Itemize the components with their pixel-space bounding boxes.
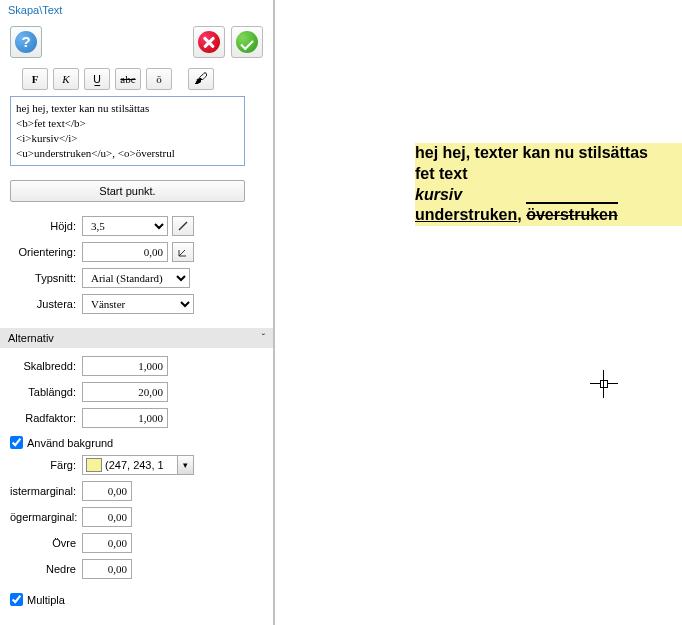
format-brush-button[interactable]: 🖌	[188, 68, 214, 90]
cancel-icon	[198, 31, 220, 53]
height-pick-button[interactable]	[172, 216, 194, 236]
alternative-section-header[interactable]: Alternativˇ	[0, 328, 273, 348]
color-label: Färg:	[10, 459, 82, 471]
text-preview: hej hej, texter kan nu stilsättas fet te…	[415, 143, 682, 226]
top-margin-label: Övre	[10, 537, 82, 549]
format-toolbar: F K U̲ abc ō 🖌	[0, 68, 273, 96]
cursor-crosshair-icon	[590, 370, 618, 398]
svg-line-0	[179, 222, 187, 230]
start-point-button[interactable]: Start punkt.	[10, 180, 245, 202]
text-input[interactable]	[10, 96, 245, 166]
right-margin-label: ögermarginal:	[10, 511, 82, 523]
chevron-down-icon: ˇ	[262, 333, 265, 344]
orientation-pick-button[interactable]	[172, 242, 194, 262]
drawing-canvas[interactable]: hej hej, texter kan nu stilsättas fet te…	[275, 0, 682, 625]
color-select[interactable]: (247, 243, 1 ▾	[82, 455, 194, 475]
use-background-checkbox[interactable]	[10, 436, 23, 449]
top-margin-input[interactable]	[82, 533, 132, 553]
underline-button[interactable]: U̲	[84, 68, 110, 90]
font-select[interactable]: Arial (Standard)	[82, 268, 190, 288]
strike-button[interactable]: abc	[115, 68, 141, 90]
cancel-button[interactable]	[193, 26, 225, 58]
rowfactor-label: Radfaktor:	[10, 412, 82, 424]
orientation-input[interactable]	[82, 242, 168, 262]
help-button[interactable]: ?	[10, 26, 42, 58]
right-margin-input[interactable]	[82, 507, 132, 527]
justify-label: Justera:	[10, 298, 82, 310]
scalewidth-label: Skalbredd:	[10, 360, 82, 372]
main-toolbar: ?	[0, 22, 273, 68]
tablength-input[interactable]	[82, 382, 168, 402]
multiple-label: Multipla	[27, 594, 65, 606]
overline-button[interactable]: ō	[146, 68, 172, 90]
tablength-label: Tablängd:	[10, 386, 82, 398]
left-margin-input[interactable]	[82, 481, 132, 501]
angle-icon	[177, 246, 189, 258]
panel-title: Skapa\Text	[0, 0, 273, 22]
height-label: Höjd:	[10, 220, 82, 232]
ok-icon	[236, 31, 258, 53]
height-select[interactable]: 3,5	[82, 216, 168, 236]
bottom-margin-input[interactable]	[82, 559, 132, 579]
rowfactor-input[interactable]	[82, 408, 168, 428]
help-icon: ?	[15, 31, 37, 53]
scalewidth-input[interactable]	[82, 356, 168, 376]
color-swatch-icon	[86, 458, 102, 472]
bold-button[interactable]: F	[22, 68, 48, 90]
font-label: Typsnitt:	[10, 272, 82, 284]
justify-select[interactable]: Vänster	[82, 294, 194, 314]
dropdown-icon: ▾	[177, 456, 193, 474]
properties-panel: Skapa\Text ? F K U̲ abc ō 🖌 Start punkt.…	[0, 0, 275, 625]
use-background-label: Använd bakgrund	[27, 437, 113, 449]
orientation-label: Orientering:	[10, 246, 82, 258]
left-margin-label: istermarginal:	[10, 485, 82, 497]
ok-button[interactable]	[231, 26, 263, 58]
brush-icon: 🖌	[194, 71, 208, 87]
pencil-icon	[177, 220, 189, 232]
italic-button[interactable]: K	[53, 68, 79, 90]
bottom-margin-label: Nedre	[10, 563, 82, 575]
multiple-checkbox[interactable]	[10, 593, 23, 606]
